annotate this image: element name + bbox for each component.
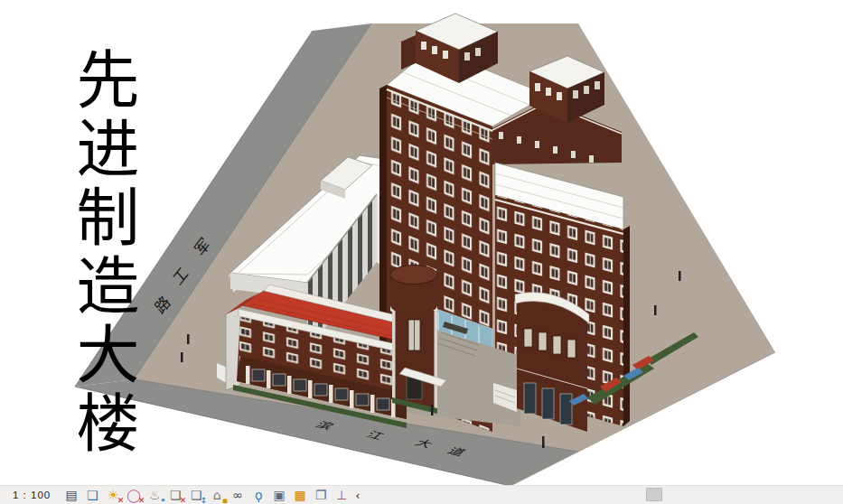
displacement-sets-icon[interactable]: ❐ xyxy=(313,487,329,503)
bollard xyxy=(542,436,545,448)
rendering-dialog-icon-badge: • xyxy=(160,497,165,504)
shadows-icon[interactable]: ◯✕ xyxy=(126,487,142,503)
model-title-text[interactable]: 先进制造大楼 xyxy=(67,47,137,481)
show-crop-region-icon-badge: ↕ xyxy=(201,497,208,504)
visual-style-icon[interactable]: ❑ xyxy=(84,487,100,503)
collapse-view-bar-arrow[interactable]: ‹ xyxy=(355,489,360,502)
drawing-area[interactable]: 军 工 路 滨 江 大 道 先进制造大楼 xyxy=(0,0,843,485)
show-crop-region-icon[interactable]: ❏↕ xyxy=(188,487,204,503)
sun-path-icon-badge: ✕ xyxy=(117,497,125,504)
bollard xyxy=(187,334,190,344)
detail-level-icon[interactable]: ▤ xyxy=(63,487,80,503)
sun-path-icon[interactable]: ☀✕ xyxy=(105,487,121,503)
locked-3d-view-icon[interactable]: ⌂▪ xyxy=(209,487,225,503)
bollard xyxy=(679,271,681,281)
reveal-constraints-icon[interactable]: ⊥ xyxy=(333,487,350,503)
view-scale-button[interactable]: 1 : 100 xyxy=(13,490,51,500)
locked-3d-view-icon-badge: ▪ xyxy=(222,497,228,504)
crop-view-icon[interactable]: ❏✕ xyxy=(167,487,183,503)
view-control-bar: 1 : 100 ▤❑☀✕◯✕♨•❏✕❏↕⌂▪∞ϙ▣▦❐⊥ ‹ xyxy=(0,485,843,504)
revit-canvas: 军 工 路 滨 江 大 道 先进制造大楼 1 : 100 ▤❑☀✕◯✕♨•❏✕❏… xyxy=(0,0,843,504)
reveal-hidden-elements-icon[interactable]: ϙ xyxy=(250,487,267,503)
temporary-view-properties-icon[interactable]: ▣ xyxy=(271,487,287,503)
crop-view-icon-badge: ✕ xyxy=(180,497,187,504)
temporary-hide-isolate-icon[interactable]: ∞ xyxy=(229,487,246,503)
rendering-dialog-icon[interactable]: ♨• xyxy=(146,487,163,503)
bollard xyxy=(431,405,434,415)
shadows-icon-badge: ✕ xyxy=(138,497,145,504)
bollard xyxy=(181,352,183,362)
analytical-model-icon[interactable]: ▦ xyxy=(292,487,308,503)
view-control-icons: ▤❑☀✕◯✕♨•❏✕❏↕⌂▪∞ϙ▣▦❐⊥ xyxy=(63,487,350,503)
horizontal-scrollbar-thumb[interactable] xyxy=(646,488,662,501)
bollard xyxy=(654,305,657,315)
